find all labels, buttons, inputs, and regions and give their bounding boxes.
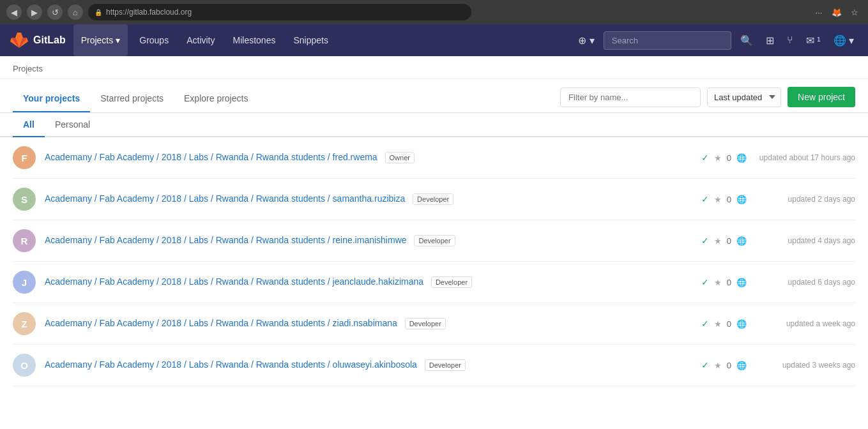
layout-icon[interactable]: ⊞ [762,31,778,50]
bookmark-icon[interactable]: ☆ [848,5,862,19]
meta-icons: ✓ ★ 0 🌐 [701,153,747,163]
lock-icon: 🔒 [95,9,102,16]
add-button[interactable]: ⊕ ▾ [574,31,598,50]
check-icon: ✓ [701,360,709,370]
star-icon[interactable]: ★ [714,361,722,370]
updated-text: updated 2 days ago [753,195,855,204]
project-info: Academany / Fab Academy / 2018 / Labs / … [45,359,692,371]
project-name[interactable]: Academany / Fab Academy / 2018 / Labs / … [45,235,407,245]
nav-search: ⊕ ▾ 🔍 ⊞ ⑂ ✉ ¹ 🌐 ▾ [574,31,858,50]
updated-text: updated about 17 hours ago [753,153,855,162]
check-icon: ✓ [701,319,709,329]
breadcrumb: Projects [0,56,868,79]
milestones-nav-button[interactable]: Milestones [224,24,285,56]
project-meta: ✓ ★ 0 🌐 updated 2 days ago [701,194,855,204]
project-meta: ✓ ★ 0 🌐 updated about 17 hours ago [701,153,855,163]
search-input[interactable] [604,31,731,50]
project-item: O Academany / Fab Academy / 2018 / Labs … [13,345,855,386]
groups-label: Groups [139,35,169,45]
check-icon: ✓ [701,153,709,163]
check-icon: ✓ [701,277,709,287]
gitlab-logo-icon [10,31,28,49]
project-avatar: J [13,271,36,294]
project-name[interactable]: Academany / Fab Academy / 2018 / Labs / … [45,152,377,162]
tab-your-projects[interactable]: Your projects [13,88,90,112]
meta-icons: ✓ ★ 0 🌐 [701,194,747,204]
sort-select[interactable]: Last updated Name Last created [707,87,781,107]
project-meta: ✓ ★ 0 🌐 updated 6 days ago [701,277,855,287]
project-name[interactable]: Academany / Fab Academy / 2018 / Labs / … [45,359,417,370]
check-icon: ✓ [701,194,709,204]
project-info: Academany / Fab Academy / 2018 / Labs / … [45,276,692,288]
project-name[interactable]: Academany / Fab Academy / 2018 / Labs / … [45,318,397,328]
forward-button[interactable]: ▶ [27,4,42,20]
project-item: R Academany / Fab Academy / 2018 / Labs … [13,220,855,262]
project-name[interactable]: Academany / Fab Academy / 2018 / Labs / … [45,193,405,204]
tab-explore-projects[interactable]: Explore projects [174,88,258,112]
check-icon: ✓ [701,236,709,246]
role-badge: Developer [405,318,446,329]
home-button[interactable]: ⌂ [68,4,83,20]
snippets-label: Snippets [293,35,328,45]
gitlab-logo[interactable]: GitLab [10,31,66,49]
notifications-icon[interactable]: ✉ ¹ [802,31,825,50]
pocket-icon[interactable]: 🦊 [830,5,844,19]
project-avatar: Z [13,312,36,335]
user-avatar[interactable]: 🌐 ▾ [830,31,858,50]
globe-icon: 🌐 [736,153,747,163]
search-icon-btn[interactable]: 🔍 [736,31,757,50]
star-count: 0 [727,236,731,246]
merge-icon[interactable]: ⑂ [783,31,797,50]
star-icon[interactable]: ★ [714,236,722,246]
back-button[interactable]: ◀ [6,4,22,20]
updated-text: updated 4 days ago [753,236,855,245]
role-badge: Developer [414,235,455,246]
new-project-button[interactable]: New project [788,87,855,107]
project-info: Academany / Fab Academy / 2018 / Labs / … [45,235,692,246]
extensions-button[interactable]: ··· [812,5,826,19]
browser-toolbar-right: ··· 🦊 ☆ [812,5,862,19]
star-count: 0 [727,195,731,204]
projects-chevron: ▾ [116,35,120,45]
globe-icon: 🌐 [736,195,747,204]
milestones-label: Milestones [233,35,276,45]
project-meta: ✓ ★ 0 🌐 updated a week ago [701,319,855,329]
star-icon[interactable]: ★ [714,278,722,287]
project-avatar: F [13,146,36,169]
filter-input[interactable] [560,87,701,107]
tab-starred-projects[interactable]: Starred projects [90,88,174,112]
project-info: Academany / Fab Academy / 2018 / Labs / … [45,318,692,329]
star-count: 0 [727,153,731,163]
browser-chrome: ◀ ▶ ↺ ⌂ 🔒 https://gitlab.fabcloud.org ··… [0,0,868,24]
projects-label: Projects [81,35,114,45]
sub-tab-all[interactable]: All [13,113,45,137]
star-count: 0 [727,319,731,329]
projects-nav-button[interactable]: Projects ▾ [73,24,128,56]
project-item: Z Academany / Fab Academy / 2018 / Labs … [13,303,855,345]
sub-tab-personal[interactable]: Personal [45,113,100,137]
tabs-row: Your projects Starred projects Explore p… [13,79,855,112]
address-bar[interactable]: 🔒 https://gitlab.fabcloud.org [88,4,471,20]
role-badge: Developer [431,276,472,288]
meta-icons: ✓ ★ 0 🌐 [701,360,747,370]
groups-nav-button[interactable]: Groups [130,24,178,56]
globe-icon: 🌐 [736,361,747,370]
project-avatar: O [13,354,36,377]
star-icon[interactable]: ★ [714,319,722,329]
gitlab-logo-text: GitLab [33,34,66,46]
reload-button[interactable]: ↺ [47,4,63,20]
star-icon[interactable]: ★ [714,153,722,163]
meta-icons: ✓ ★ 0 🌐 [701,277,747,287]
project-item: F Academany / Fab Academy / 2018 / Labs … [13,137,855,179]
updated-text: updated a week ago [753,319,855,328]
star-count: 0 [727,361,731,370]
meta-icons: ✓ ★ 0 🌐 [701,319,747,329]
snippets-nav-button[interactable]: Snippets [284,24,337,56]
meta-icons: ✓ ★ 0 🌐 [701,236,747,246]
project-name[interactable]: Academany / Fab Academy / 2018 / Labs / … [45,276,423,287]
activity-nav-button[interactable]: Activity [178,24,224,56]
project-avatar: S [13,188,36,211]
globe-icon: 🌐 [736,278,747,287]
star-icon[interactable]: ★ [714,195,722,204]
activity-label: Activity [187,35,215,45]
